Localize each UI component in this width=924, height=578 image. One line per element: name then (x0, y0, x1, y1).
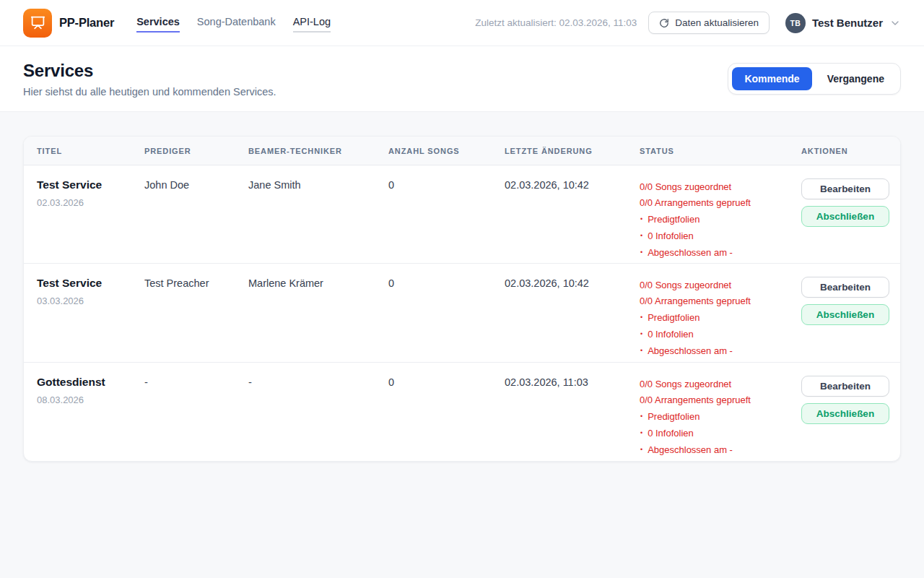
complete-button[interactable]: Abschließen (801, 206, 889, 227)
beamer-techniker-cell: - (248, 376, 388, 388)
table-header-row: TITEL PREDIGER BEAMER-TECHNIKER ANZAHL S… (24, 137, 900, 165)
anzahl-songs-cell: 0 (388, 178, 505, 191)
anzahl-songs-cell: 0 (388, 376, 505, 388)
letzte-aenderung-cell: 02.03.2026, 10:42 (505, 178, 640, 191)
status-bullet-item: Abgeschlossen am - (640, 342, 801, 359)
page-header: Services Hier siehst du alle heutigen un… (0, 46, 924, 112)
status-bullet-item: Predigtfolien (640, 211, 801, 228)
last-updated-text: Zuletzt aktualisiert: 02.03.2026, 11:03 (475, 17, 637, 28)
column-header-anzahl-songs: ANZAHL SONGS (388, 147, 505, 155)
actions-cell: Bearbeiten Abschließen (801, 277, 889, 325)
edit-button[interactable]: Bearbeiten (801, 376, 889, 397)
status-cell: 0/0 Songs zugeordnet0/0 Arrangements gep… (640, 376, 801, 458)
edit-button[interactable]: Bearbeiten (801, 277, 889, 298)
status-bullet-item: Abgeschlossen am - (640, 244, 801, 261)
beamer-techniker-cell: Jane Smith (248, 178, 388, 191)
brand-name: PP-Planer (59, 16, 114, 30)
user-menu[interactable]: TB Test Benutzer (785, 13, 901, 33)
filter-vergangene-button[interactable]: Vergangene (815, 67, 897, 90)
filter-toggle-group: Kommende Vergangene (728, 63, 901, 95)
complete-button[interactable]: Abschließen (801, 403, 889, 424)
title-cell: Test Service 03.03.2026 (37, 277, 144, 306)
column-header-aktionen: AKTIONEN (801, 147, 887, 155)
column-header-status: STATUS (640, 147, 801, 155)
title-cell: Test Service 02.03.2026 (37, 178, 144, 208)
column-header-prediger: PREDIGER (144, 147, 248, 155)
nav-item-song-datenbank[interactable]: Song-Datenbank (197, 16, 276, 33)
table-row: Gottesdienst 08.03.2026 - - 0 02.03.2026… (24, 363, 900, 461)
status-bullet-item: 0 Infofolien (640, 425, 801, 441)
refresh-data-button[interactable]: Daten aktualisieren (648, 12, 770, 34)
actions-cell: Bearbeiten Abschließen (801, 376, 889, 424)
refresh-button-label: Daten aktualisieren (675, 17, 759, 28)
status-bullet-item: 0 Infofolien (640, 326, 801, 342)
column-header-titel: TITEL (37, 147, 144, 155)
prediger-cell: - (144, 376, 248, 388)
status-summary-line: 0/0 Songs zugeordnet (640, 179, 801, 195)
status-summary-line: 0/0 Arrangements geprueft (640, 195, 801, 211)
prediger-cell: John Doe (144, 178, 248, 191)
complete-button[interactable]: Abschließen (801, 304, 889, 325)
service-date: 03.03.2026 (37, 296, 144, 306)
table-row: Test Service 02.03.2026 John Doe Jane Sm… (24, 165, 900, 264)
status-bullet-item: Abgeschlossen am - (640, 441, 801, 458)
edit-button[interactable]: Bearbeiten (801, 178, 889, 199)
column-header-letzte-aenderung: LETZTE ÄNDERUNG (505, 147, 640, 155)
page-title: Services (23, 61, 276, 81)
top-bar: PP-Planer Services Song-Datenbank API-Lo… (0, 0, 924, 46)
status-summary-line: 0/0 Songs zugeordnet (640, 376, 801, 392)
user-name: Test Benutzer (812, 17, 883, 29)
main-content: TITEL PREDIGER BEAMER-TECHNIKER ANZAHL S… (0, 112, 924, 486)
refresh-icon (659, 18, 669, 28)
brand: PP-Planer (23, 9, 114, 38)
nav-item-api-log[interactable]: API-Log (293, 16, 331, 33)
actions-cell: Bearbeiten Abschließen (801, 178, 889, 227)
page-subtitle: Hier siehst du alle heutigen und kommend… (23, 86, 276, 98)
status-summary-line: 0/0 Arrangements geprueft (640, 293, 801, 309)
service-date: 02.03.2026 (37, 197, 144, 208)
table-body: Test Service 02.03.2026 John Doe Jane Sm… (24, 165, 900, 461)
status-bullet-item: Predigtfolien (640, 408, 801, 425)
prediger-cell: Test Preacher (144, 277, 248, 289)
service-title: Gottesdienst (37, 376, 144, 389)
status-cell: 0/0 Songs zugeordnet0/0 Arrangements gep… (640, 178, 801, 261)
letzte-aenderung-cell: 02.03.2026, 10:42 (505, 277, 640, 289)
status-summary-line: 0/0 Songs zugeordnet (640, 277, 801, 293)
avatar: TB (785, 13, 806, 33)
anzahl-songs-cell: 0 (388, 277, 505, 289)
table-row: Test Service 03.03.2026 Test Preacher Ma… (24, 264, 900, 362)
app-logo (23, 9, 52, 38)
service-title: Test Service (37, 178, 144, 191)
column-header-beamer-techniker: BEAMER-TECHNIKER (248, 147, 388, 155)
presentation-icon (30, 15, 45, 30)
title-cell: Gottesdienst 08.03.2026 (37, 376, 144, 405)
service-date: 08.03.2026 (37, 394, 144, 405)
services-table: TITEL PREDIGER BEAMER-TECHNIKER ANZAHL S… (23, 136, 901, 462)
chevron-down-icon (889, 17, 901, 29)
status-bullet-item: Predigtfolien (640, 309, 801, 326)
nav-item-services[interactable]: Services (136, 16, 180, 33)
filter-kommende-button[interactable]: Kommende (732, 67, 811, 90)
status-summary-line: 0/0 Arrangements geprueft (640, 392, 801, 408)
main-nav: Services Song-Datenbank API-Log (136, 16, 331, 33)
status-cell: 0/0 Songs zugeordnet0/0 Arrangements gep… (640, 277, 801, 359)
service-title: Test Service (37, 277, 144, 290)
letzte-aenderung-cell: 02.03.2026, 11:03 (505, 376, 640, 388)
status-bullet-item: 0 Infofolien (640, 228, 801, 244)
beamer-techniker-cell: Marlene Krämer (248, 277, 388, 289)
